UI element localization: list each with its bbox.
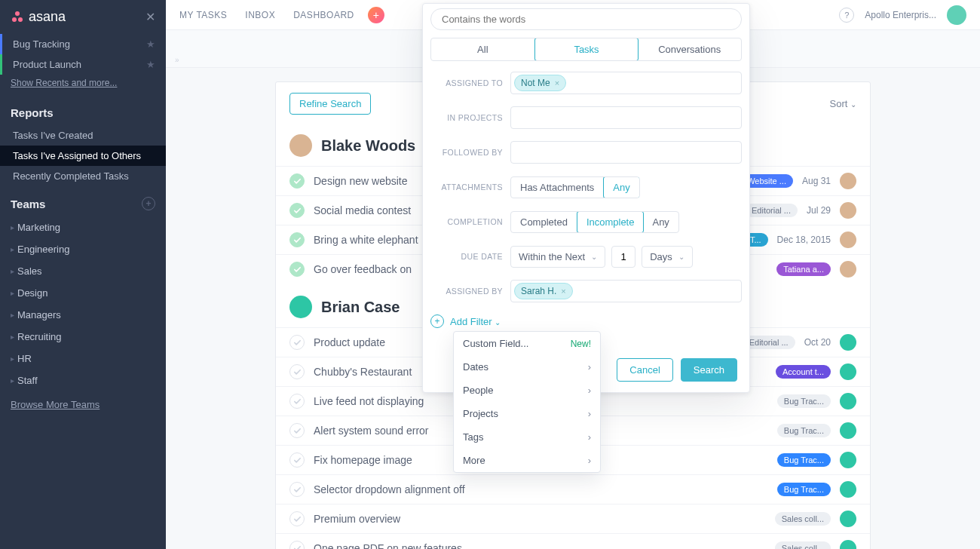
complete-checkbox[interactable] [289,364,305,379]
due-operator-select[interactable]: Within the Next⌄ [510,246,605,268]
close-sidebar-icon[interactable]: ✕ [145,10,155,24]
complete-checkbox[interactable] [289,262,305,277]
chip-remove-icon[interactable]: × [555,78,559,87]
star-icon[interactable]: ★ [146,38,155,50]
filter-menu-item[interactable]: People› [454,379,600,402]
refine-search-button[interactable]: Refine Search [289,93,371,115]
segment-option[interactable]: Has Attachments [511,177,604,198]
star-icon[interactable]: ★ [146,59,155,70]
project-pill[interactable]: Bug Trac... [777,424,831,437]
complete-checkbox[interactable] [289,335,305,350]
sidebar-header: asana ✕ [0,0,166,34]
assignee-avatar [289,134,312,157]
assignee-avatar-small [840,452,856,468]
project-pill[interactable]: Bug Trac... [777,394,831,408]
sidebar-report-item[interactable]: Tasks I've Created [0,125,166,146]
sidebar-team-item[interactable]: ▸HR [0,348,166,370]
in-projects-field[interactable] [510,106,742,129]
team-label: Marketing [17,222,60,233]
sidebar-recent-project[interactable]: Bug Tracking★ [0,34,166,54]
top-nav-item[interactable]: DASHBOARD [293,10,354,20]
task-date: Aug 31 [802,176,831,186]
sidebar-team-item[interactable]: ▸Recruiting [0,326,166,348]
complete-checkbox[interactable] [289,511,305,526]
due-value-input[interactable] [611,246,635,268]
complete-checkbox[interactable] [289,394,305,409]
segment-option[interactable]: All [431,38,535,60]
project-pill[interactable]: Sales coll... [775,512,831,526]
segment-option[interactable]: Tasks [534,38,639,61]
project-pill[interactable]: Bug Trac... [777,483,831,496]
sidebar-team-item[interactable]: ▸Engineering [0,238,166,260]
sidebar-team-item[interactable]: ▸Staff [0,370,166,391]
complete-checkbox[interactable] [289,232,305,247]
complete-checkbox[interactable] [289,452,305,468]
assignee-avatar-small [840,202,856,219]
task-row[interactable]: Selector dropdown alignment offBug Trac.… [276,474,870,504]
user-avatar[interactable] [947,5,966,25]
task-row[interactable]: One page PDF on new featuresSales coll..… [276,533,870,549]
segment-option[interactable]: Incomplete [577,211,645,233]
filter-menu-item[interactable]: Dates› [454,355,600,379]
segment-option[interactable]: Completed [511,212,577,232]
search-button[interactable]: Search [681,358,737,382]
top-nav-item[interactable]: MY TASKS [179,10,227,20]
complete-checkbox[interactable] [289,173,305,189]
add-filter-icon[interactable]: + [430,314,444,328]
sidebar-team-item[interactable]: ▸Managers [0,304,166,326]
assigned-to-field[interactable]: Not Me× [510,72,742,94]
cancel-button[interactable]: Cancel [617,358,672,382]
sidebar-report-item[interactable]: Recently Completed Tasks [0,166,166,186]
chevron-down-icon: ⌄ [591,253,597,261]
caret-right-icon: ▸ [11,245,14,253]
search-words-input[interactable] [430,8,742,30]
add-filter-button[interactable]: Add Filter ⌄ [450,316,501,327]
followed-by-field[interactable] [510,141,742,164]
project-pill[interactable]: Editorial ... [743,336,795,349]
segment-option[interactable]: Any [643,212,678,232]
caret-right-icon: ▸ [11,289,14,297]
complete-checkbox[interactable] [289,423,305,438]
complete-checkbox[interactable] [289,482,305,497]
complete-checkbox[interactable] [289,541,305,549]
sidebar-team-item[interactable]: ▸Design [0,282,166,304]
in-projects-label: IN PROJECTS [430,113,503,122]
browse-teams-link[interactable]: Browse More Teams [0,391,166,418]
logo[interactable]: asana [11,9,66,25]
complete-checkbox[interactable] [289,203,305,218]
task-date: Dec 18, 2015 [777,235,831,245]
segment-option[interactable]: Conversations [638,38,741,60]
help-icon[interactable]: ? [839,8,854,23]
due-unit-select[interactable]: Days⌄ [642,246,693,268]
caret-right-icon: ▸ [11,376,14,385]
filter-menu-item[interactable]: More› [454,449,600,472]
sidebar-team-item[interactable]: ▸Marketing [0,216,166,238]
filter-menu-item[interactable]: Tags› [454,425,600,449]
task-title: Selector dropdown alignment off [314,483,768,495]
segment-option[interactable]: Any [603,176,639,198]
project-pill[interactable]: Bug Trac... [777,453,831,467]
sidebar-recent-project[interactable]: Product Launch★ [0,54,166,75]
show-recents-link[interactable]: Show Recents and more... [0,75,166,96]
attachments-toggle: Has AttachmentsAny [510,176,640,198]
top-nav-item[interactable]: INBOX [245,10,275,20]
filter-menu-item[interactable]: Projects› [454,402,600,425]
assigned-by-chip[interactable]: Sarah H.× [514,283,573,299]
filter-menu-item[interactable]: Custom Field...New! [454,332,600,355]
project-pill[interactable]: Editorial ... [745,204,798,217]
sidebar-report-item[interactable]: Tasks I've Assigned to Others [0,146,166,166]
quick-add-button[interactable]: + [368,7,384,23]
workspace-name[interactable]: Apollo Enterpris... [865,10,936,20]
sidebar-team-item[interactable]: ▸Sales [0,260,166,282]
sort-dropdown[interactable]: Sort ⌄ [830,98,856,109]
task-row[interactable]: Premium overviewSales coll... [276,504,870,533]
add-team-icon[interactable]: + [142,197,155,210]
assigned-by-label: ASSIGNED BY [430,287,503,296]
assigned-by-field[interactable]: Sarah H.× [510,280,742,302]
chip-remove-icon[interactable]: × [561,287,565,296]
project-pill[interactable]: Account t... [776,365,831,379]
assigned-to-chip[interactable]: Not Me× [514,75,566,91]
project-pill[interactable]: Sales coll... [775,541,831,549]
project-pill[interactable]: Tatiana a... [776,262,831,276]
top-nav: MY TASKSINBOXDASHBOARD [179,10,354,20]
